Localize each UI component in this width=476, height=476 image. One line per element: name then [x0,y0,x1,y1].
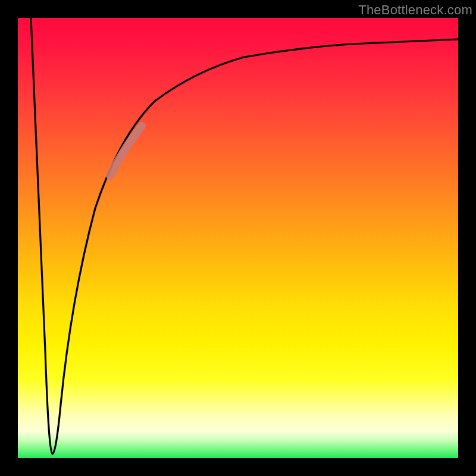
watermark-text: TheBottleneck.com [358,2,472,18]
highlight-segment [110,126,142,176]
curve-svg [18,18,458,458]
chart-frame: TheBottleneck.com [0,0,476,476]
bottleneck-curve [31,18,458,454]
plot-area [18,18,458,458]
